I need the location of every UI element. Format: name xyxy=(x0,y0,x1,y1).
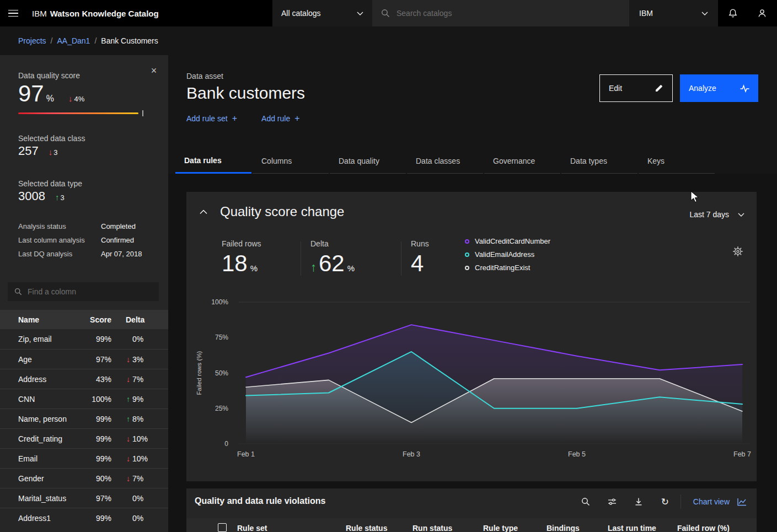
quality-score-delta: ↓ 4% xyxy=(68,94,84,103)
violations-table-header: Rule setRule statusRun statusRule typeBi… xyxy=(186,518,757,532)
legend-item-validemailaddress[interactable]: ValidEmailAddress xyxy=(465,250,550,259)
filter-button[interactable] xyxy=(599,488,625,515)
catalog-search xyxy=(372,0,629,26)
quality-score-unit: % xyxy=(46,94,54,104)
column-score: 99% xyxy=(77,335,111,343)
find-column-search xyxy=(8,282,159,301)
tab-data-classes[interactable]: Data classes xyxy=(407,149,483,174)
tab-data-types[interactable]: Data types xyxy=(561,149,637,174)
column-name: Marital_status xyxy=(18,494,66,503)
column-row-marital-status[interactable]: Marital_status97%↓0% xyxy=(0,488,168,508)
column-row-address1[interactable]: Address199%↓0% xyxy=(0,508,168,528)
add-rule-link[interactable]: Add rule + xyxy=(261,114,300,123)
quality-score-change-card: 100%75%50%25%0Failed rows (%)Feb 1Feb 3F… xyxy=(186,192,757,481)
page: IBM Watson Knowledge Catalog All catalog… xyxy=(0,0,777,532)
chevron-down-icon xyxy=(701,12,708,15)
legend-item-creditratingexist[interactable]: CreditRatingExist xyxy=(465,264,550,272)
account-dropdown-label: IBM xyxy=(639,9,653,18)
violations-column-header-rule-status: Rule status xyxy=(346,524,387,532)
column-row-name-person[interactable]: Name, person99%↑8% xyxy=(0,409,168,428)
tab-governance[interactable]: Governance xyxy=(484,149,560,174)
chart-settings-button[interactable] xyxy=(732,246,744,258)
column-name: Address1 xyxy=(18,514,51,523)
delta-value: 0% xyxy=(132,494,143,503)
column-row-cnn[interactable]: CNN100%↑9% xyxy=(0,389,168,409)
svg-text:25%: 25% xyxy=(215,405,228,412)
columns-score-table: Name Score Delta Zip, email99%↓0%Age97%↓… xyxy=(0,310,168,528)
violations-column-header-rule-type: Rule type xyxy=(483,524,518,532)
find-column-input[interactable] xyxy=(28,287,152,296)
column-delta: ↓10% xyxy=(126,449,148,468)
legend-item-validcreditcardnumber[interactable]: ValidCreditCardNumber xyxy=(465,237,550,245)
brand-prefix: IBM xyxy=(32,9,47,18)
quality-score-label: Data quality score xyxy=(18,71,80,80)
svg-text:Feb 1: Feb 1 xyxy=(237,450,255,458)
edit-button[interactable]: Edit xyxy=(599,74,673,102)
activity-icon xyxy=(740,84,749,93)
delta-value: 10% xyxy=(132,434,148,443)
menu-button[interactable] xyxy=(0,0,26,26)
svg-text:Feb 5: Feb 5 xyxy=(568,450,586,458)
search-input[interactable] xyxy=(396,9,620,18)
tab-keys[interactable]: Keys xyxy=(639,149,715,174)
column-score: 99% xyxy=(77,415,111,423)
select-all-checkbox[interactable] xyxy=(218,523,227,532)
chevron-down-icon xyxy=(738,213,744,217)
column-row-zip-email[interactable]: Zip, email99%↓0% xyxy=(0,329,168,349)
arrow-up-icon: ↑ xyxy=(126,395,130,404)
data-type-label: Selected data type xyxy=(18,179,82,188)
column-row-email[interactable]: Email99%↓10% xyxy=(0,448,168,468)
delta-value: 10% xyxy=(132,454,148,463)
account-dropdown[interactable]: IBM xyxy=(629,0,718,26)
chart-view-toggle[interactable]: Chart view xyxy=(683,488,757,515)
legend-label: ValidCreditCardNumber xyxy=(475,237,550,245)
breadcrumb: Projects / AA_Dan1 / Bank Customers xyxy=(0,26,777,55)
column-row-gender[interactable]: Gender90%↓7% xyxy=(0,468,168,488)
arrow-down-icon: ↓ xyxy=(126,474,130,483)
column-delta: ↓7% xyxy=(126,369,143,389)
arrow-up-icon: ↑ xyxy=(310,260,317,275)
user-icon xyxy=(757,8,767,18)
close-icon[interactable]: × xyxy=(147,64,160,77)
legend-label: CreditRatingExist xyxy=(475,264,530,272)
column-header-name: Name xyxy=(18,315,39,324)
time-range-dropdown[interactable]: Last 7 days xyxy=(689,210,744,219)
catalog-dropdown[interactable]: All catalogs xyxy=(272,0,372,26)
column-name: Address xyxy=(18,375,46,384)
pencil-icon xyxy=(655,84,663,93)
column-delta: ↓0% xyxy=(126,508,143,528)
tab-data-quality[interactable]: Data quality xyxy=(330,149,406,174)
analyze-button[interactable]: Analyze xyxy=(680,74,758,102)
toolbar-divider xyxy=(680,495,681,509)
chevron-down-icon xyxy=(357,12,363,15)
search-button[interactable] xyxy=(572,488,599,515)
breadcrumb-projects[interactable]: Projects xyxy=(18,36,46,45)
breadcrumb-current: Bank Customers xyxy=(101,36,158,45)
collapse-section-button[interactable] xyxy=(200,209,208,216)
gradient-marker xyxy=(142,110,143,116)
arrow-up-icon: ↑ xyxy=(55,192,60,202)
svg-text:0: 0 xyxy=(224,440,228,448)
column-delta: ↓10% xyxy=(126,429,148,448)
gear-icon xyxy=(732,246,743,257)
download-icon xyxy=(634,497,643,506)
stat-divider xyxy=(301,241,301,276)
column-name: Email xyxy=(18,454,37,463)
app-title: IBM Watson Knowledge Catalog xyxy=(32,0,159,26)
tab-data-rules[interactable]: Data rules xyxy=(175,149,251,174)
breadcrumb-project[interactable]: AA_Dan1 xyxy=(57,36,90,45)
user-profile-button[interactable] xyxy=(747,0,777,26)
add-rule-set-link[interactable]: Add rule set + xyxy=(186,114,237,123)
search-icon xyxy=(14,288,22,295)
column-score: 90% xyxy=(77,474,111,483)
reset-icon[interactable]: ↻ xyxy=(652,488,678,515)
tab-columns[interactable]: Columns xyxy=(253,149,329,174)
asset-actions: Add rule set + Add rule + xyxy=(186,114,300,123)
column-row-age[interactable]: Age97%↓3% xyxy=(0,349,168,369)
column-row-address[interactable]: Address43%↓7% xyxy=(0,369,168,389)
notifications-button[interactable] xyxy=(718,0,747,26)
column-row-credit-rating[interactable]: Credit_rating99%↓10% xyxy=(0,428,168,448)
arrow-down-icon: ↓ xyxy=(49,147,53,157)
download-button[interactable] xyxy=(625,488,652,515)
violations-column-header-rule-set: Rule set xyxy=(237,524,267,532)
